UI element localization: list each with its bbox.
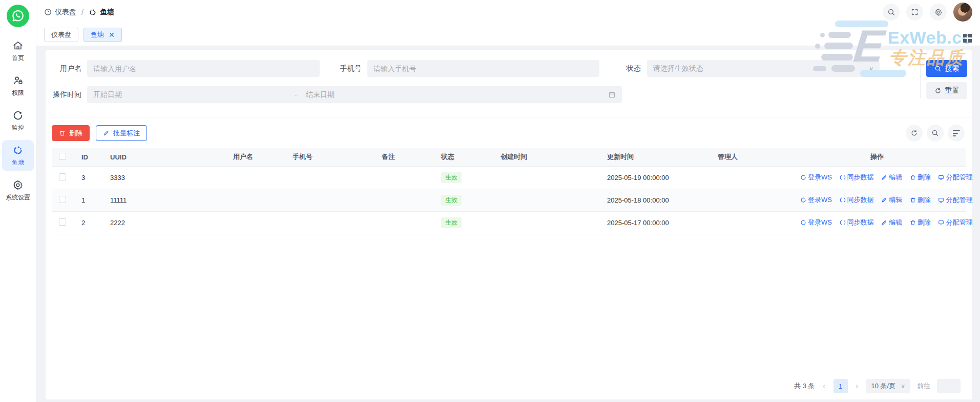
login-ws-link[interactable]: 登录WS — [800, 218, 832, 227]
cell-manager — [712, 166, 788, 189]
edit-link[interactable]: 编辑 — [881, 218, 902, 227]
delete-button[interactable]: 删除 — [52, 125, 90, 141]
table-row: 2 2222 生效 2025-05-17 00:00:00 登录 — [52, 211, 966, 234]
search-icon — [931, 129, 939, 137]
topbar-actions — [883, 3, 972, 22]
breadcrumb-item-fishpond[interactable]: 鱼塘 — [89, 8, 114, 17]
pagination: 共 3 条 ‹ 1 › 10 条/页 ∨ 前往 — [794, 379, 961, 393]
chevron-left-icon[interactable]: ‹ — [822, 382, 827, 390]
header-search-button[interactable] — [883, 4, 900, 21]
breadcrumb: 仪表盘 / 鱼塘 — [44, 8, 114, 17]
tab-fishpond[interactable]: 鱼塘 ✕ — [84, 28, 122, 42]
search-icon — [934, 65, 942, 72]
table-refresh-button[interactable] — [906, 125, 923, 142]
dashboard-gauge-icon — [44, 8, 52, 16]
date-separator: - — [285, 91, 306, 99]
col-uuid: UUID — [104, 148, 227, 166]
login-ws-link[interactable]: 登录WS — [800, 195, 832, 205]
assign-manager-link[interactable]: 分配管理 — [938, 173, 972, 182]
assign-monitor-icon — [938, 219, 944, 226]
sidebar-item-monitor[interactable]: 监控 — [2, 105, 34, 136]
delete-link[interactable]: 删除 — [910, 195, 931, 205]
content-area: 用户名 手机号 状态 请选择生效状态 ∨ — [36, 46, 980, 402]
assign-manager-link[interactable]: 分配管理 — [938, 195, 972, 205]
sidebar-item-label: 鱼塘 — [12, 158, 24, 167]
sync-data-link[interactable]: 同步数据 — [840, 195, 874, 205]
goto-page-input[interactable] — [937, 379, 961, 393]
delete-link[interactable]: 删除 — [910, 173, 931, 182]
cell-id: 2 — [75, 211, 104, 234]
end-date-placeholder: 结束日期 — [306, 90, 608, 99]
cell-username — [227, 166, 286, 189]
sidebar-item-settings[interactable]: 系统设置 — [2, 175, 34, 206]
col-remark: 备注 — [376, 148, 435, 166]
tab-label: 鱼塘 — [91, 30, 104, 39]
cell-username — [227, 211, 286, 234]
close-icon[interactable]: ✕ — [109, 31, 115, 38]
delete-link[interactable]: 删除 — [910, 218, 931, 227]
row-checkbox[interactable] — [59, 173, 66, 180]
date-range-picker[interactable]: 开始日期 - 结束日期 — [87, 86, 622, 103]
cell-phone — [286, 211, 376, 234]
sidebar-item-home[interactable]: 首页 — [2, 35, 34, 67]
sync-data-link[interactable]: 同步数据 — [840, 218, 874, 227]
table-header-row: ID UUID 用户名 手机号 备注 状态 创建时间 更新时间 管理人 操作 — [52, 148, 966, 166]
col-id: ID — [75, 148, 104, 166]
reset-button[interactable]: 重置 — [926, 82, 967, 99]
assign-manager-link[interactable]: 分配管理 — [938, 218, 972, 227]
breadcrumb-item-dashboard[interactable]: 仪表盘 — [44, 8, 76, 17]
login-ws-link[interactable]: 登录WS — [800, 173, 832, 182]
search-button[interactable]: 搜索 — [926, 60, 967, 77]
monitor-arc-icon — [12, 110, 24, 121]
login-arc-icon — [800, 174, 806, 180]
breadcrumb-label: 仪表盘 — [55, 8, 76, 17]
row-checkbox[interactable] — [59, 196, 66, 203]
sidebar-item-fishpond[interactable]: 鱼塘 — [2, 140, 34, 171]
chevron-right-icon[interactable]: › — [854, 382, 860, 390]
page-size-value: 10 条/页 — [871, 381, 896, 391]
settings-button[interactable] — [930, 4, 947, 21]
chevron-down-icon: ∨ — [869, 65, 873, 72]
select-all-checkbox[interactable] — [59, 153, 66, 160]
trash-icon — [910, 197, 916, 203]
cell-manager — [712, 189, 788, 211]
status-badge: 生效 — [441, 195, 462, 206]
sync-data-link[interactable]: 同步数据 — [840, 173, 874, 182]
cell-uuid: 3333 — [104, 166, 227, 189]
tab-dashboard[interactable]: 仪表盘 — [44, 28, 78, 42]
pagination-total: 共 3 条 — [794, 381, 815, 391]
row-checkbox[interactable] — [59, 218, 66, 226]
status-select[interactable]: 请选择生效状态 ∨ — [647, 60, 880, 77]
toolbar-buttons: 删除 批量标注 — [52, 125, 147, 141]
page-number-button[interactable]: 1 — [833, 379, 848, 393]
chevron-down-icon: ∨ — [901, 383, 905, 390]
username-input[interactable] — [87, 65, 320, 73]
goto-label: 前往 — [917, 381, 930, 391]
fishpond-dots-icon — [89, 8, 97, 16]
whatsapp-icon[interactable] — [7, 5, 29, 27]
user-avatar[interactable] — [953, 3, 972, 22]
fullscreen-button[interactable] — [906, 4, 923, 21]
sidebar-item-label: 首页 — [12, 54, 24, 63]
col-created: 创建时间 — [494, 148, 601, 166]
fullscreen-icon — [911, 8, 919, 16]
batch-annotate-button[interactable]: 批量标注 — [96, 125, 147, 141]
column-settings-button[interactable] — [948, 125, 965, 142]
username-label: 用户名 — [46, 64, 81, 73]
page-size-select[interactable]: 10 条/页 ∨ — [866, 379, 910, 393]
delete-button-label: 删除 — [69, 129, 82, 138]
settings-gear-icon — [934, 8, 943, 16]
search-button-label: 搜索 — [945, 64, 960, 73]
edit-link[interactable]: 编辑 — [881, 173, 902, 182]
table-search-toggle-button[interactable] — [927, 125, 944, 142]
phone-input[interactable] — [367, 65, 599, 73]
edit-link[interactable]: 编辑 — [881, 195, 902, 205]
col-username: 用户名 — [227, 148, 286, 166]
table-toolbar: 删除 批量标注 — [46, 117, 972, 148]
sidebar-item-permissions[interactable]: 权限 — [2, 70, 34, 102]
home-icon — [12, 40, 24, 51]
fishpond-dots-icon — [12, 145, 24, 156]
filter-form: 用户名 手机号 状态 请选择生效状态 ∨ — [46, 50, 972, 117]
col-phone: 手机号 — [286, 148, 376, 166]
app-root: 首页 权限 监控 — [0, 0, 980, 402]
